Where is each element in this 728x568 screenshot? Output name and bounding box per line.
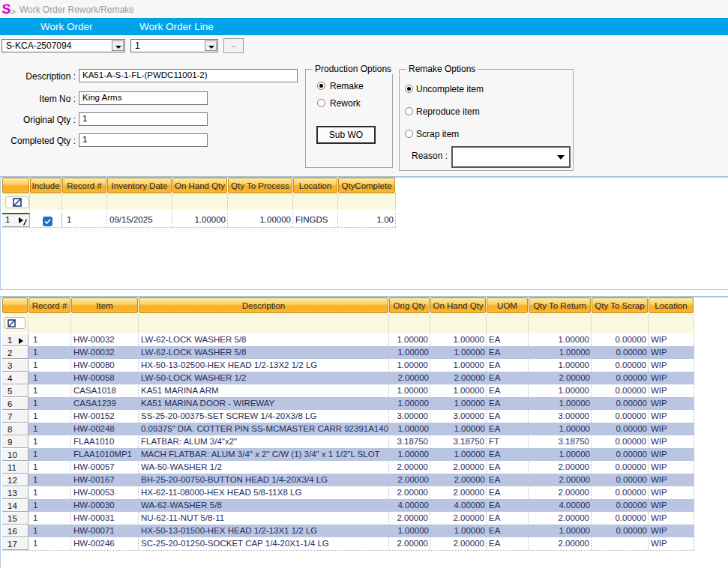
svg-text:S: S [1,1,11,16]
